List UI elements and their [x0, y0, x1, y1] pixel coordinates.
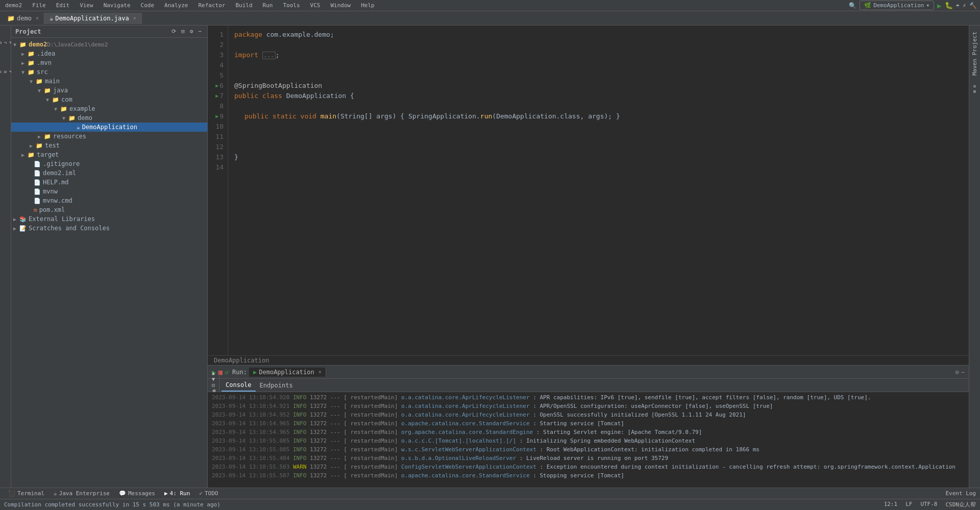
debug-button[interactable]: 🐛 [945, 2, 953, 9]
run-button[interactable]: ▶ [937, 2, 941, 10]
tree-item-helpmd[interactable]: ▶ 📄 HELP.md [11, 178, 207, 187]
project-panel-toggle[interactable]: Pro [2, 28, 10, 58]
tree-item-java[interactable]: ▼ 📁 java [11, 86, 207, 95]
code-line-10 [234, 122, 963, 132]
tree-item-mvnwcmd[interactable]: ▶ 📄 mvnw.cmd [11, 196, 207, 205]
log-line-5: 2023-09-14 13:10:54.965 INFO 13272 --- [… [208, 428, 969, 436]
editor-bottom-label: DemoApplication [208, 355, 969, 365]
toolbar-tab-java-enterprise[interactable]: ☕ Java Enterprise [50, 489, 114, 498]
editor-content: 1 2 3 4 5 ▶6 ▶7 8 ▶9 10 11 12 13 14 [208, 26, 969, 365]
tree-item-idea[interactable]: ▶ 📁 .idea [11, 49, 207, 58]
profile-button[interactable]: ⚡ [963, 2, 966, 9]
tree-item-pomxml[interactable]: ▶ m pom.xml [11, 205, 207, 214]
tree-item-demoapplication[interactable]: ▶ ☕ DemoApplication [11, 123, 207, 132]
tree-item-target[interactable]: ▶ 📁 target [11, 150, 207, 159]
line-ending[interactable]: LF [905, 501, 912, 508]
cursor-position[interactable]: 12:1 [884, 501, 898, 508]
tab-close-icon[interactable]: × [36, 15, 39, 21]
menu-item-analyze[interactable]: Analyze [162, 1, 190, 10]
run-config-selector[interactable]: 🌿 DemoApplication ▾ [860, 1, 934, 10]
menu-item-view[interactable]: View [78, 1, 95, 10]
endpoints-tab[interactable]: Endpoints [256, 380, 297, 391]
code-view: 1 2 3 4 5 ▶6 ▶7 8 ▶9 10 11 12 13 14 [208, 26, 969, 355]
run-config-icon: 🌿 [864, 2, 871, 9]
line-numbers: 1 2 3 4 5 ▶6 ▶7 8 ▶9 10 11 12 13 14 [208, 26, 228, 355]
panel-minimize-icon[interactable]: − [961, 369, 965, 376]
right-sidebar-icon1[interactable]: ≡ [973, 84, 976, 89]
bottom-panel: ▶ ■ ↺ Run: ▶ DemoApplication × ⚙ − [208, 365, 969, 488]
tree-item-demo2iml[interactable]: ▶ 📄 demo2.iml [11, 168, 207, 178]
tab-close-demoapplication[interactable]: × [133, 15, 136, 21]
run-rerun-button[interactable]: ↺ [225, 369, 228, 376]
breadcrumb-tab-demo[interactable]: 📁 demo × [2, 13, 44, 24]
run-gutter-icon-6[interactable]: ▶ [215, 81, 218, 91]
tree-item-mvn[interactable]: ▶ 📁 .mvn [11, 58, 207, 67]
event-log-button[interactable]: Event Log [945, 490, 976, 497]
messages-icon: 💬 [119, 490, 126, 497]
menu-item-refactor[interactable]: Refactor [196, 1, 227, 10]
run-tab-close[interactable]: × [318, 369, 322, 375]
scroll-down-btn[interactable]: ▼ [212, 376, 217, 382]
menu-item-build[interactable]: Build [233, 1, 254, 10]
tree-item-root[interactable]: ▼ 📁 demo2 D:\JavaCode1\demo2 [11, 40, 207, 49]
breadcrumb-tab-demoapplication[interactable]: ☕ DemoApplication.java × [44, 13, 142, 24]
toolbar-tab-messages[interactable]: 💬 Messages [115, 489, 159, 498]
main-layout: Pro Fav Project ⟳ ⊟ ⚙ − ▼ 📁 demo2 D:\Jav… [0, 26, 980, 488]
menu-item-demo2[interactable]: demo2 [3, 1, 24, 10]
tree-sync-icon[interactable]: ⟳ [170, 28, 178, 35]
code-line-6: @SpringBootApplication [234, 81, 963, 91]
build-button[interactable]: 🔨 [969, 2, 977, 9]
tree-content: ▼ 📁 demo2 D:\JavaCode1\demo2 ▶ 📁 .idea ▶… [11, 38, 207, 488]
run-app-label: DemoApplication [259, 369, 314, 376]
maven-panel-toggle[interactable]: Maven Project [970, 28, 979, 80]
run-gutter-icon-9[interactable]: ▶ [215, 111, 218, 122]
tree-collapse-icon[interactable]: ⊟ [180, 28, 186, 35]
scroll-lock-btn[interactable]: ⊡ [212, 382, 217, 388]
compilation-status: Compilation completed successfully in 15… [4, 501, 220, 508]
run-tab-icon: ▶ [164, 490, 168, 497]
code-editor-lines[interactable]: package com.example.demo; import ...; @S… [228, 26, 969, 355]
right-sidebar-icon2[interactable]: ⊞ [973, 89, 976, 94]
search-everywhere-icon[interactable]: 🔍 [849, 2, 856, 9]
log-line-3: 2023-09-14 13:10:54.952 INFO 13272 --- [… [208, 410, 969, 419]
tree-item-main[interactable]: ▼ 📁 main [11, 77, 207, 86]
scroll-up-btn[interactable]: ▲ [212, 370, 217, 376]
tree-item-mvnw[interactable]: ▶ 📄 mvnw [11, 187, 207, 196]
menu-item-file[interactable]: File [30, 1, 48, 10]
tree-item-gitignore[interactable]: ▶ 📄 .gitignore [11, 159, 207, 168]
tree-minimize-icon[interactable]: − [197, 28, 203, 35]
status-bar: Compilation completed successfully in 15… [0, 499, 980, 510]
code-line-5 [234, 70, 963, 81]
tree-item-test[interactable]: ▶ 📁 test [11, 141, 207, 150]
coverage-button[interactable]: ☂ [956, 2, 960, 9]
tree-item-resources[interactable]: ▶ 📁 resources [11, 132, 207, 141]
run-gutter-icon-7[interactable]: ▶ [215, 91, 218, 101]
project-tree-title: Project [15, 28, 41, 35]
tree-item-src[interactable]: ▼ 📁 src [11, 67, 207, 77]
menu-item-edit[interactable]: Edit [54, 1, 72, 10]
charset[interactable]: UTF-8 [920, 501, 937, 508]
toolbar-tab-run[interactable]: ▶ 4: Run [160, 489, 194, 498]
tree-settings-icon[interactable]: ⚙ [188, 28, 195, 35]
tree-item-scratches[interactable]: ▶ 📝 Scratches and Consoles [11, 224, 207, 233]
tree-item-com[interactable]: ▼ 📁 com [11, 95, 207, 104]
run-tab-item[interactable]: ▶ DemoApplication × [249, 368, 326, 377]
tree-item-external-libraries[interactable]: ▶ 📚 External Libraries [11, 214, 207, 224]
menu-item-tools[interactable]: Tools [281, 1, 302, 10]
menu-item-navigate[interactable]: Navigate [102, 1, 133, 10]
menu-item-run[interactable]: Run [261, 1, 275, 10]
menu-item-vcs[interactable]: VCS [308, 1, 323, 10]
run-config-dropdown-icon: ▾ [926, 2, 929, 9]
tree-item-example[interactable]: ▼ 📁 example [11, 104, 207, 113]
panel-settings-icon[interactable]: ⚙ [955, 369, 959, 376]
toolbar-tab-terminal[interactable]: ⬛ Terminal [4, 489, 48, 498]
menu-item-window[interactable]: Window [328, 1, 353, 10]
code-line-2 [234, 40, 963, 50]
toolbar-tab-todo[interactable]: ✓ TODO [195, 489, 222, 498]
favorites-toggle[interactable]: Fav [2, 59, 10, 85]
menu-item-help[interactable]: Help [359, 1, 377, 10]
log-line-8: 2023-09-14 13:10:55.484 INFO 13272 --- [… [208, 454, 969, 463]
tree-item-demo-folder[interactable]: ▼ 📁 demo [11, 113, 207, 123]
menu-item-code[interactable]: Code [139, 1, 157, 10]
console-tab[interactable]: Console [222, 379, 256, 392]
